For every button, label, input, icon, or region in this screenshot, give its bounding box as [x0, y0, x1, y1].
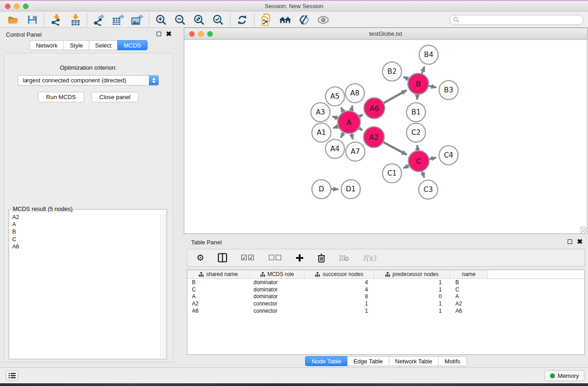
column-header-name[interactable]: name: [450, 270, 488, 278]
table-cell[interactable]: 0: [374, 293, 450, 300]
window-resize-grip[interactable]: [580, 226, 587, 233]
add-column-icon[interactable]: [296, 254, 304, 262]
graph-node-C[interactable]: C: [408, 151, 429, 172]
table-cell[interactable]: A: [450, 293, 488, 300]
result-item-b[interactable]: B: [12, 228, 167, 235]
graph-edge-A-A4[interactable]: [341, 132, 344, 138]
close-table-panel-icon[interactable]: ✖: [577, 239, 583, 244]
result-scrollbar[interactable]: [160, 214, 166, 358]
graph-edge-A-A3[interactable]: [332, 116, 338, 119]
tab-select[interactable]: Select: [89, 40, 118, 50]
graph-edge-C-C3[interactable]: [422, 171, 424, 178]
table-cell[interactable]: 1: [305, 308, 374, 314]
graph-edge-C-C4[interactable]: [429, 157, 436, 159]
network-window-titlebar[interactable]: testGlobe.txt: [184, 28, 587, 40]
graph-edge-A-A8[interactable]: [351, 105, 352, 111]
graph-node-B2[interactable]: B2: [382, 62, 402, 81]
result-item-a[interactable]: A: [12, 221, 167, 228]
graph-edge-C-C1[interactable]: [403, 166, 409, 168]
graph-node-D1[interactable]: D1: [341, 180, 360, 199]
table-cell[interactable]: A: [187, 293, 250, 300]
table-cell[interactable]: 1: [374, 308, 450, 314]
tab-node-table[interactable]: Node Table: [305, 356, 348, 366]
graph-node-A[interactable]: A: [338, 111, 360, 133]
graph-node-B1[interactable]: B1: [406, 103, 425, 122]
tab-network[interactable]: Network: [29, 40, 64, 50]
table-cell[interactable]: 1: [374, 286, 450, 293]
table-cell[interactable]: 4: [305, 286, 374, 293]
graph-edge-A-A2[interactable]: [359, 128, 362, 130]
tab-motifs[interactable]: Motifs: [438, 356, 467, 366]
graph-node-B4[interactable]: B4: [419, 45, 438, 64]
tab-mcds[interactable]: MCDS: [117, 40, 147, 50]
graph-edge-A-A7[interactable]: [351, 133, 353, 139]
graph-node-B3[interactable]: B3: [439, 81, 458, 100]
table-cell[interactable]: B: [187, 279, 250, 286]
import-table-icon[interactable]: [66, 13, 85, 27]
table-cell[interactable]: connector: [250, 308, 305, 314]
export-network-icon[interactable]: [90, 13, 109, 27]
graph-edge-A-A1[interactable]: [333, 126, 338, 128]
table-cell[interactable]: dominator: [250, 286, 305, 293]
table-row[interactable]: A2connector11A2: [187, 300, 584, 307]
graph-node-C2[interactable]: C2: [406, 123, 425, 142]
column-header-successor-nodes[interactable]: successor nodes: [305, 270, 374, 278]
memory-button[interactable]: Memory: [545, 370, 584, 381]
result-item-a6[interactable]: A6: [12, 243, 167, 250]
table-row[interactable]: Bdominator41B: [187, 279, 584, 286]
table-cell[interactable]: A6: [450, 308, 488, 314]
graph-edge-A2-C[interactable]: [383, 142, 406, 155]
tab-edge-table[interactable]: Edge Table: [347, 356, 389, 366]
table-cell[interactable]: C: [187, 286, 250, 293]
float-panel-icon[interactable]: [157, 32, 161, 36]
layout-homes-icon[interactable]: [276, 13, 295, 27]
settings-gear-icon[interactable]: ⚙: [196, 253, 204, 263]
result-item-c[interactable]: C: [12, 236, 167, 243]
graph-node-C1[interactable]: C1: [382, 164, 402, 183]
table-cell[interactable]: A6: [187, 308, 250, 314]
save-session-icon[interactable]: [23, 13, 42, 27]
graph-edge-A-A5[interactable]: [341, 108, 344, 112]
open-session-icon[interactable]: [4, 13, 23, 27]
import-network-icon[interactable]: [47, 13, 66, 27]
export-image-icon[interactable]: [128, 13, 147, 27]
graph-node-C4[interactable]: C4: [439, 146, 458, 165]
result-item-a2[interactable]: A2: [12, 214, 167, 221]
table-row[interactable]: A6connector11A6: [187, 307, 584, 315]
delete-column-icon[interactable]: [317, 253, 325, 262]
graph-node-A8[interactable]: A8: [345, 84, 364, 103]
graph-node-C3[interactable]: C3: [419, 180, 438, 199]
table-cell[interactable]: C: [450, 286, 488, 293]
graph-node-A3[interactable]: A3: [311, 103, 330, 122]
graph-node-A2[interactable]: A2: [363, 127, 384, 148]
table-cell[interactable]: 1: [374, 300, 450, 307]
table-cell[interactable]: dominator: [250, 279, 305, 286]
graph-node-B[interactable]: B: [408, 73, 429, 94]
graph-edge-B-B1[interactable]: [417, 94, 417, 100]
table-cell[interactable]: A2: [187, 300, 250, 307]
table-cell[interactable]: 1: [374, 279, 450, 286]
tab-style[interactable]: Style: [63, 40, 89, 50]
zoom-selected-icon[interactable]: [209, 13, 228, 27]
graph-edge-A-A6[interactable]: [359, 115, 363, 117]
task-history-button[interactable]: [6, 371, 18, 381]
select-all-icon[interactable]: ☑☑: [241, 253, 255, 262]
table-row[interactable]: Cdominator41C: [187, 286, 584, 293]
table-cell[interactable]: A2: [450, 300, 488, 307]
run-mcds-button[interactable]: Run MCDS: [38, 92, 84, 102]
deselect-all-icon[interactable]: ☐☐: [268, 253, 282, 262]
graph-node-D[interactable]: D: [312, 180, 331, 199]
graph-edge-C-C2[interactable]: [417, 145, 418, 151]
clone-network-icon[interactable]: [257, 13, 276, 27]
close-panel-button[interactable]: Close panel: [91, 92, 139, 102]
search-field[interactable]: [449, 15, 583, 25]
graph-edge-B-B2[interactable]: [403, 77, 409, 79]
float-table-panel-icon[interactable]: [568, 239, 572, 244]
tab-network-table[interactable]: Network Table: [389, 356, 439, 366]
graph-edge-A6-B[interactable]: [383, 91, 406, 103]
graph-node-A4[interactable]: A4: [325, 139, 344, 158]
table-row[interactable]: Adominator80A: [187, 293, 584, 300]
graph-edge-B-B3[interactable]: [429, 86, 436, 88]
graph-node-A5[interactable]: A5: [325, 87, 344, 106]
search-input[interactable]: [461, 17, 583, 23]
